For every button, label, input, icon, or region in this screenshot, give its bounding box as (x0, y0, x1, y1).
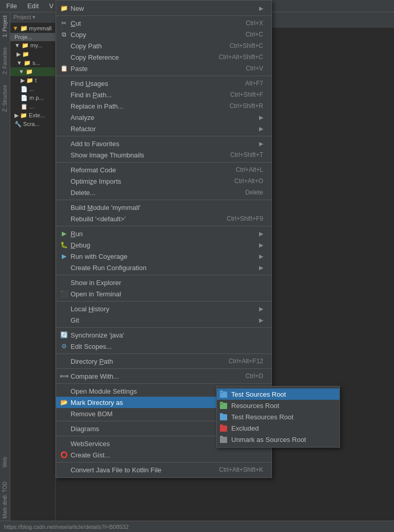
tree-label: mymmall (29, 25, 52, 31)
shortcut: Ctrl+X (246, 20, 263, 27)
submenu-item-resources-root[interactable]: Resources Root (217, 400, 339, 411)
compare-icon: ⟺ (59, 371, 68, 381)
separator (56, 162, 271, 163)
menu-item-label: Analyze (71, 114, 255, 121)
menu-edit[interactable]: Edit (23, 1, 43, 11)
submenu-item-test-resources-root[interactable]: Test Resources Root (217, 411, 339, 422)
menu-item-optimize-imports[interactable]: Optimize Imports Ctrl+Alt+O (56, 175, 271, 187)
panel-title: Project ▾ (13, 14, 36, 21)
menu-item-new[interactable]: 📁 New ▶ (56, 3, 271, 14)
arrow-icon: ▶ (259, 126, 263, 132)
menu-item-copy-path[interactable]: Copy Path Ctrl+Shift+C (56, 40, 271, 51)
tree-blank1[interactable]: ▶ 📁 (10, 50, 55, 59)
excluded-icon (220, 424, 228, 432)
tree-item-md[interactable]: 📋 ... (10, 102, 55, 111)
menu-item-label: New (71, 5, 255, 12)
menu-item-compare-with[interactable]: ⟺ Compare With... Ctrl+D (56, 370, 271, 382)
separator (56, 462, 271, 463)
arrow-icon: ▶ (259, 264, 263, 271)
menu-item-refactor[interactable]: Refactor ▶ (56, 123, 271, 134)
menu-item-debug[interactable]: 🐛 Debug ▶ (56, 239, 271, 251)
tab-structure[interactable]: Z: Structure (1, 82, 9, 115)
menu-item-copy-reference[interactable]: Copy Reference Ctrl+Alt+Shift+C (56, 51, 271, 63)
separator (56, 275, 271, 275)
tree-scratches[interactable]: 🔧 Scra... (10, 120, 55, 129)
menu-item-label: Local History (71, 305, 255, 313)
menu-item-analyze[interactable]: Analyze ▶ (56, 112, 271, 123)
tree-external[interactable]: ▶ 📁 Exte... (10, 111, 55, 120)
run-icon: ▶ (59, 229, 68, 238)
menu-item-run[interactable]: ▶ Run ▶ (56, 228, 271, 239)
menu-file[interactable]: File (2, 1, 21, 11)
menu-item-build-module[interactable]: Build Module 'mymmall' (56, 202, 271, 213)
shortcut: Ctrl+Shift+C (230, 42, 263, 49)
project-tree: ▼ 📁 mymmall Proje... ▼ 📁 my... ▶ 📁 ▼ 📁 s… (10, 23, 55, 130)
menu-item-label: Copy Path (71, 42, 217, 50)
mark-icon: 📂 (59, 398, 68, 407)
menu-item-copy[interactable]: ⧉ Copy Ctrl+C (56, 29, 271, 40)
tree-mymmall-root[interactable]: ▼ 📁 mymmall (10, 24, 55, 33)
menu-item-show-thumbnails[interactable]: Show Image Thumbnails Ctrl+Shift+T (56, 149, 271, 161)
menu-item-rebuild-default[interactable]: Rebuild '<default>' Ctrl+Shift+F9 (56, 213, 271, 224)
tree-item-t[interactable]: ▶ 📁 t (10, 76, 55, 85)
arrow-icon: ▶ (259, 114, 263, 121)
menu-item-synchronize[interactable]: 🔄 Synchronize 'java' (56, 329, 271, 341)
separator (56, 301, 271, 302)
menu-item-reformat[interactable]: Reformat Code Ctrl+Alt+L (56, 164, 271, 175)
submenu-item-label: Test Resources Root (231, 413, 331, 421)
arrow-icon: ▶ (259, 306, 263, 312)
separator (56, 327, 271, 328)
project-panel: Project ▾ ▼ 📁 mymmall Proje... ▼ 📁 my...… (10, 12, 56, 532)
tree-sub1[interactable]: ▼ 📁 (10, 67, 55, 76)
menu-item-open-terminal[interactable]: ⬛ Open in Terminal (56, 288, 271, 299)
tree-my[interactable]: ▼ 📁 my... (10, 41, 55, 50)
menu-item-label: Create Run Configuration (71, 264, 255, 272)
menu-item-label: Create Gist... (71, 451, 263, 459)
separator (56, 368, 271, 369)
menu-item-find-in-path[interactable]: Find in Path... Ctrl+Shift+F (56, 89, 271, 100)
menu-item-convert-java-kotlin[interactable]: Convert Java File to Kotlin File Ctrl+Al… (56, 464, 271, 475)
menu-item-run-coverage[interactable]: ▶ Run with Coverage ▶ (56, 251, 271, 262)
menu-item-paste[interactable]: 📋 Paste Ctrl+V (56, 63, 271, 74)
bottom-bar: https://blog.csdn.net/new/article/detail… (0, 521, 394, 532)
tab-web[interactable]: Web (1, 454, 9, 470)
menu-item-delete[interactable]: Delete... Delete (56, 187, 271, 198)
menu-item-find-usages[interactable]: Find Usages Alt+F7 (56, 78, 271, 89)
submenu-item-label: Excluded (231, 424, 331, 432)
menu-item-label: Show Image Thumbnails (71, 151, 218, 159)
separator (56, 76, 271, 76)
tree-project[interactable]: Proje... (10, 33, 55, 41)
separator (56, 200, 271, 200)
menu-item-add-favorites[interactable]: Add to Favorites ▶ (56, 138, 271, 149)
svg-rect-5 (220, 403, 222, 404)
submenu-item-excluded[interactable]: Excluded (217, 422, 339, 434)
menu-item-label: Rebuild '<default>' (71, 215, 214, 223)
submenu-item-unmark-sources[interactable]: Unmark as Sources Root (217, 434, 339, 445)
tab-mark[interactable]: Mark dire (1, 494, 9, 522)
menu-item-label: Show in Explorer (71, 279, 263, 287)
tab-favorites[interactable]: 2: Favorites (1, 44, 9, 77)
menu-item-git[interactable]: Git ▶ (56, 314, 271, 326)
arrow-icon: ▶ (259, 317, 263, 324)
menu-item-cut[interactable]: ✂ Cut Ctrl+X (56, 17, 271, 29)
tree-blank2[interactable]: ▼ 📁 s... (10, 59, 55, 67)
menu-item-label: Delete... (71, 189, 233, 197)
menu-item-label: Copy Reference (71, 54, 207, 61)
svg-rect-7 (220, 413, 223, 415)
menu-item-replace-in-path[interactable]: Replace in Path... Ctrl+Shift+R (56, 100, 271, 112)
tab-project[interactable]: 1: Project (1, 12, 9, 40)
shortcut: Ctrl+Alt+F12 (229, 358, 263, 365)
submenu-item-test-sources-root[interactable]: Test Sources Root (217, 388, 339, 400)
menu-item-show-explorer[interactable]: Show in Explorer (56, 277, 271, 288)
menu-item-edit-scopes[interactable]: ⚙ Edit Scopes... (56, 341, 271, 352)
svg-rect-9 (220, 424, 223, 427)
separator (56, 136, 271, 136)
menu-item-directory-path[interactable]: Directory Path Ctrl+Alt+F12 (56, 356, 271, 367)
tree-item-s[interactable]: 📄 ... (10, 85, 55, 94)
tree-item-m[interactable]: 📄 m p... (10, 94, 55, 102)
menu-item-local-history[interactable]: Local History ▶ (56, 303, 271, 314)
menu-item-label: Replace in Path... (71, 102, 217, 110)
shortcut: Ctrl+Shift+F9 (227, 215, 263, 222)
menu-item-create-gist[interactable]: ⭕ Create Gist... (56, 449, 271, 460)
menu-item-create-run-config[interactable]: Create Run Configuration ▶ (56, 262, 271, 273)
